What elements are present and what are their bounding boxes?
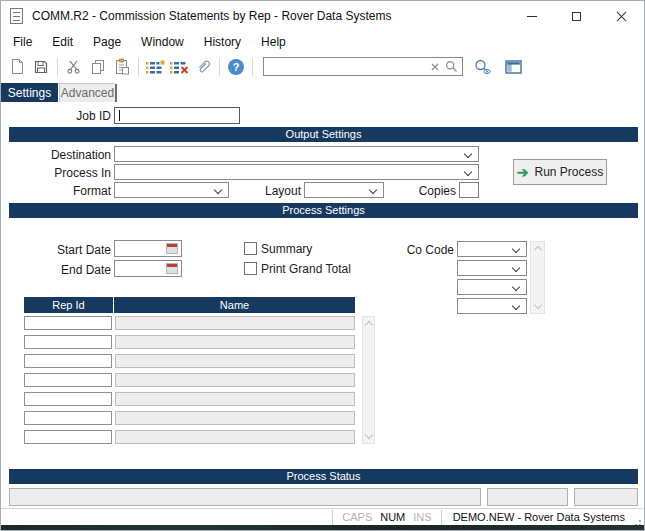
format-select[interactable]	[114, 182, 229, 198]
rep-id-cell[interactable]	[24, 411, 112, 425]
calendar-icon[interactable]	[166, 243, 178, 254]
tab-settings[interactable]: Settings	[1, 83, 58, 102]
menu-window[interactable]: Window	[131, 32, 194, 52]
cut-button[interactable]	[62, 56, 86, 78]
process-status-header: Process Status	[9, 469, 638, 484]
maximize-button[interactable]	[554, 1, 599, 31]
name-cell	[115, 392, 355, 406]
search-input[interactable]	[264, 59, 429, 74]
destination-select[interactable]	[114, 146, 479, 162]
co-code-select-1[interactable]	[457, 241, 527, 257]
copies-input[interactable]	[459, 182, 479, 198]
co-code-select-4[interactable]	[457, 298, 527, 314]
run-process-button[interactable]: ➔ Run Process	[513, 159, 607, 185]
maximize-icon	[572, 12, 581, 21]
scroll-down-icon[interactable]	[533, 301, 541, 309]
name-cell	[115, 373, 355, 387]
help-button[interactable]: ?	[224, 56, 248, 78]
run-process-label: Run Process	[535, 165, 604, 179]
menu-bar: File Edit Page Window History Help	[1, 31, 644, 53]
process-in-select[interactable]	[114, 164, 479, 180]
start-date-field[interactable]	[114, 240, 182, 257]
scroll-down-icon[interactable]	[364, 431, 372, 439]
scroll-up-icon[interactable]	[533, 246, 541, 254]
grid-add-button[interactable]	[143, 56, 167, 78]
clear-search-icon[interactable]	[429, 61, 441, 73]
menu-page[interactable]: Page	[83, 32, 131, 52]
process-in-label: Process In	[1, 165, 111, 181]
search-icon[interactable]	[445, 60, 458, 73]
status-bar: CAPS NUM INS DEMO.NEW - Rover Data Syste…	[1, 508, 644, 525]
menu-edit[interactable]: Edit	[42, 32, 83, 52]
co-code-select-3[interactable]	[457, 279, 527, 295]
menu-help[interactable]: Help	[251, 32, 296, 52]
process-status-field-2	[487, 488, 568, 506]
statusbar-separator	[441, 510, 442, 525]
name-column-header: Name	[114, 297, 355, 313]
co-code-scrollbar[interactable]	[530, 241, 545, 314]
copy-button[interactable]	[86, 56, 110, 78]
process-settings-header: Process Settings	[9, 203, 638, 218]
co-code-label: Co Code	[371, 242, 454, 258]
chevron-down-icon	[512, 245, 520, 253]
toolbar: ?	[1, 53, 644, 80]
table-row	[24, 411, 355, 425]
table-row	[24, 335, 355, 349]
help-icon: ?	[228, 59, 244, 75]
end-date-field[interactable]	[114, 260, 182, 277]
run-arrow-icon: ➔	[517, 165, 529, 179]
chevron-down-icon	[369, 186, 377, 194]
rep-id-cell[interactable]	[24, 373, 112, 387]
paste-icon	[114, 58, 130, 75]
name-cell	[115, 316, 355, 330]
save-button[interactable]	[29, 56, 53, 78]
find-preview-button[interactable]	[471, 56, 495, 78]
table-row	[24, 373, 355, 387]
job-id-field[interactable]	[114, 107, 240, 124]
table-row	[24, 354, 355, 368]
close-button[interactable]	[599, 1, 644, 31]
rep-table-body	[24, 316, 355, 444]
minimize-button[interactable]	[509, 1, 554, 31]
copy-icon	[90, 59, 106, 75]
tab-advanced[interactable]: Advanced	[59, 83, 115, 102]
job-id-label: Job ID	[1, 108, 111, 124]
toolbar-separator	[219, 58, 220, 76]
ins-indicator: INS	[409, 511, 435, 523]
rep-id-cell[interactable]	[24, 316, 112, 330]
rep-id-cell[interactable]	[24, 354, 112, 368]
co-code-select-2[interactable]	[457, 260, 527, 276]
rep-id-cell[interactable]	[24, 392, 112, 406]
resize-grip[interactable]	[631, 514, 641, 524]
new-document-button[interactable]	[5, 56, 29, 78]
rep-id-cell[interactable]	[24, 430, 112, 444]
menu-file[interactable]: File	[3, 32, 42, 52]
grid-remove-button[interactable]	[167, 56, 191, 78]
grid-remove-icon	[170, 60, 189, 74]
print-grand-total-checkbox[interactable]	[244, 262, 257, 275]
layout-select[interactable]	[304, 182, 384, 198]
document-icon	[10, 8, 23, 24]
app-window: COMM.R2 - Commission Statements by Rep -…	[0, 0, 645, 531]
calendar-icon[interactable]	[166, 263, 178, 274]
start-date-label: Start Date	[1, 242, 111, 258]
scroll-up-icon[interactable]	[364, 321, 372, 329]
summary-label: Summary	[261, 242, 312, 256]
session-label: DEMO.NEW - Rover Data Systems	[447, 511, 631, 523]
rep-id-column-header: Rep Id	[24, 297, 113, 313]
toolbar-search[interactable]	[263, 57, 463, 76]
minimize-icon	[527, 16, 537, 17]
toolbar-separator	[252, 58, 253, 76]
table-row	[24, 430, 355, 444]
save-icon	[33, 59, 49, 75]
caps-indicator: CAPS	[338, 511, 376, 523]
layout-panel-icon	[505, 60, 522, 74]
rep-table-scrollbar[interactable]	[362, 316, 375, 444]
rep-id-cell[interactable]	[24, 335, 112, 349]
layout-panel-button[interactable]	[501, 56, 525, 78]
menu-history[interactable]: History	[194, 32, 251, 52]
paste-button[interactable]	[110, 56, 134, 78]
attach-button[interactable]	[191, 56, 215, 78]
name-cell	[115, 354, 355, 368]
summary-checkbox[interactable]	[244, 242, 257, 255]
